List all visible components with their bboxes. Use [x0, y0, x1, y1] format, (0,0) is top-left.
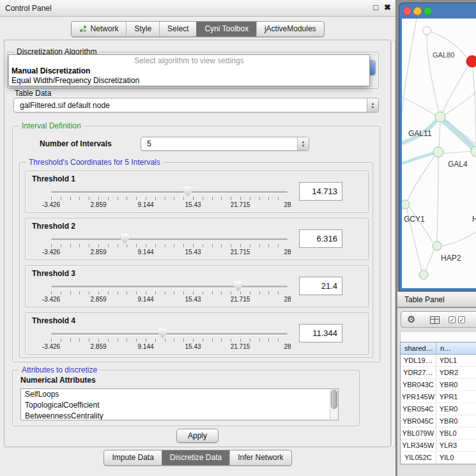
tick-label: 21.715 — [231, 343, 250, 350]
table-cell[interactable]: YIL052C — [401, 452, 436, 463]
numerical-attributes-label: Numerical Attributes — [20, 376, 96, 385]
table-row[interactable]: YDR27… YDR2 — [401, 367, 476, 379]
tab-impute-data[interactable]: Impute Data — [104, 450, 161, 465]
slider-thumb[interactable] — [121, 234, 129, 244]
number-of-intervals-combobox[interactable]: 5 ▲ ▼ — [141, 137, 309, 151]
tab-discretize-data[interactable]: Discretize Data — [162, 450, 229, 465]
table-cell[interactable]: YIL0 — [436, 452, 476, 463]
table-cell[interactable]: YBR045C — [401, 415, 436, 427]
table-cell[interactable]: YBR0 — [436, 379, 476, 390]
threshold-4-slider[interactable]: -3.426 2.859 9.144 15.43 21.715 28 — [51, 327, 288, 353]
float-window-icon[interactable]: □ — [373, 3, 378, 12]
control-panel-titlebar: Control Panel □ ✖ — [0, 0, 395, 17]
table-cell[interactable]: YBL0 — [436, 427, 476, 439]
tab-style[interactable]: Style — [126, 22, 159, 36]
table-cell[interactable]: YBL079W — [401, 427, 436, 439]
table-row[interactable]: YDL19… YDL1 — [401, 355, 476, 367]
table-cell[interactable]: YLR345W — [401, 440, 436, 451]
node-label[interactable]: GAL80 — [433, 51, 454, 59]
threshold-2-slider[interactable]: -3.426 2.859 9.144 15.43 21.715 28 — [51, 233, 288, 258]
gear-icon[interactable]: ⚙ — [407, 314, 415, 325]
tab-network[interactable]: Network — [72, 22, 126, 36]
table-row[interactable]: YPR145W YPR1 — [401, 391, 476, 403]
slider-track[interactable] — [51, 238, 288, 240]
table-cell[interactable]: YDR2 — [436, 367, 476, 378]
network-node-selected[interactable] — [466, 56, 476, 67]
checkbox-icon[interactable]: ✓ — [449, 316, 456, 323]
combobox-stepper[interactable]: ▲ ▼ — [297, 137, 309, 150]
columns-icon[interactable] — [430, 316, 440, 324]
network-node[interactable] — [402, 200, 410, 209]
column-header[interactable]: shared… — [401, 342, 436, 355]
threshold-2-value-field[interactable]: 6.316 — [299, 229, 342, 248]
threshold-1-value-field[interactable]: 14.713 — [299, 182, 342, 201]
combobox-stepper[interactable]: ▲ ▼ — [367, 98, 378, 112]
algorithm-placeholder: Select algorithm to view settings — [9, 55, 369, 66]
dropdown-option-manual-discretization[interactable]: Manual Discretization — [9, 66, 369, 75]
slider-ticks — [51, 197, 288, 200]
network-node[interactable] — [435, 112, 445, 122]
list-scrollbar[interactable] — [330, 389, 338, 420]
slider-tick-labels: -3.426 2.859 9.144 15.43 21.715 28 — [51, 201, 288, 208]
network-node[interactable] — [433, 242, 441, 250]
node-label[interactable]: H — [472, 215, 476, 224]
table-cell[interactable]: YBR043C — [401, 379, 436, 390]
node-label[interactable]: GAL4 — [448, 160, 468, 169]
threshold-1-slider[interactable]: -3.426 2.859 9.144 15.43 21.715 28 — [51, 185, 288, 211]
traffic-close-button[interactable] — [403, 7, 411, 15]
list-item[interactable]: TopologicalCoefficient — [21, 400, 338, 411]
table-row[interactable]: YIL052C YIL0 — [401, 452, 476, 464]
column-header[interactable]: n… — [436, 342, 476, 355]
threshold-4-value-field[interactable]: 11.344 — [299, 324, 342, 342]
list-item[interactable]: SelfLoops — [21, 389, 338, 400]
network-node[interactable] — [419, 270, 428, 279]
tick-label: 2.859 — [90, 296, 106, 303]
panel-scrollbar[interactable] — [391, 40, 395, 447]
apply-button[interactable]: Apply — [176, 429, 219, 443]
traffic-minimize-button[interactable] — [413, 7, 422, 15]
table-row[interactable]: YLR345W YLR3 — [401, 440, 476, 452]
tab-select[interactable]: Select — [159, 22, 196, 36]
network-node[interactable] — [423, 27, 431, 35]
node-label[interactable]: HAP2 — [441, 254, 461, 263]
tick-label: -3.426 — [42, 296, 60, 303]
dropdown-option-equal-width-frequency[interactable]: Equal Width/Frequency Discretization — [9, 75, 369, 85]
table-row[interactable]: YER054C YER0 — [401, 403, 476, 415]
slider-thumb[interactable] — [158, 328, 167, 339]
scrollbar-thumb[interactable] — [331, 390, 337, 409]
table-data-combobox[interactable]: galFiltered.sif default node ▲ ▼ — [13, 98, 379, 112]
slider-track[interactable] — [51, 286, 288, 288]
slider-thumb[interactable] — [183, 187, 192, 197]
table-cell[interactable]: YDL1 — [436, 355, 476, 366]
traffic-zoom-button[interactable] — [424, 7, 432, 15]
network-canvas[interactable]: GAL80 GAL11 GAL4 GCY1 HAP2 H — [402, 19, 476, 288]
network-node[interactable] — [433, 147, 443, 157]
list-item[interactable]: BetweennessCentrality — [21, 411, 338, 420]
table-cell[interactable]: YER0 — [436, 403, 476, 415]
threshold-3-slider[interactable]: -3.426 2.859 9.144 15.43 21.715 28 — [51, 280, 288, 305]
slider-thumb[interactable] — [234, 281, 242, 291]
tab-jactivemodules[interactable]: jActiveModules — [256, 22, 324, 36]
table-cell[interactable]: YER054C — [401, 403, 436, 415]
tab-cyni-toolbox[interactable]: Cyni Toolbox — [196, 22, 256, 36]
node-label[interactable]: GAL11 — [408, 129, 431, 138]
table-cell[interactable]: YLR3 — [436, 440, 476, 451]
checkbox-icon[interactable]: ✓ — [458, 316, 465, 323]
down-arrow-icon: ▼ — [371, 105, 375, 109]
tab-label: jActiveModules — [265, 24, 316, 33]
table-row[interactable]: YBR045C YBR0 — [401, 415, 476, 427]
threshold-3-value-field[interactable]: 21.4 — [299, 277, 342, 295]
table-data-value: galFiltered.sif default node — [20, 101, 110, 110]
table-cell[interactable]: YDR27… — [401, 367, 436, 378]
slider-track[interactable] — [51, 191, 288, 193]
table-cell[interactable]: YPR145W — [401, 391, 436, 403]
table-row[interactable]: YBR043C YBR0 — [401, 379, 476, 391]
table-cell[interactable]: YDL19… — [401, 355, 436, 366]
node-label[interactable]: GCY1 — [404, 215, 425, 224]
table-cell[interactable]: YPR1 — [436, 391, 476, 403]
slider-track[interactable] — [51, 333, 288, 335]
tab-infer-network[interactable]: Infer Network — [229, 450, 291, 465]
table-row[interactable]: YBL079W YBL0 — [401, 427, 476, 440]
table-cell[interactable]: YBR0 — [436, 415, 476, 427]
close-icon[interactable]: ✖ — [384, 3, 391, 12]
